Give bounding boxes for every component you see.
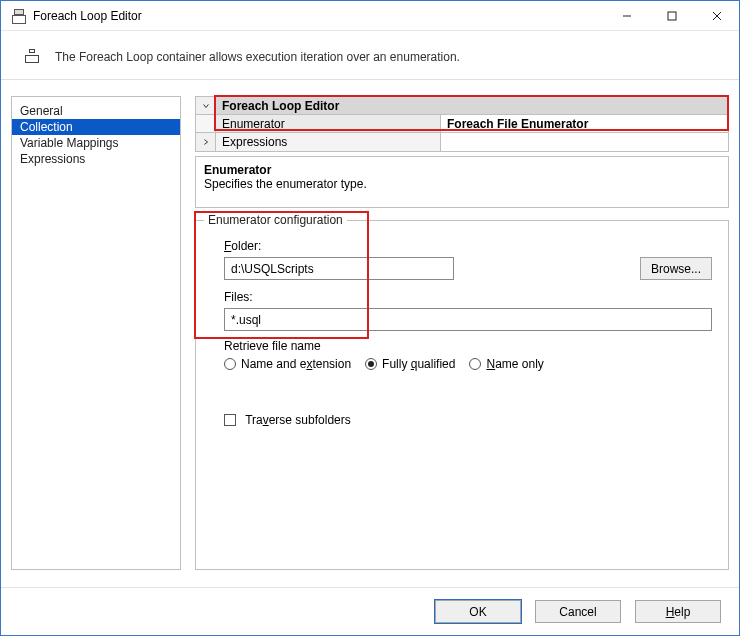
browse-button[interactable]: Browse...: [640, 257, 712, 280]
retrieve-label: Retrieve file name: [224, 339, 712, 353]
radio-name-and-extension[interactable]: Name and extension: [224, 357, 351, 371]
folder-label: Folder:: [224, 239, 712, 253]
ok-button[interactable]: OK: [435, 600, 521, 623]
sidebar-item-variable-mappings[interactable]: Variable Mappings: [12, 135, 180, 151]
property-grid: Foreach Loop Editor Enumerator Foreach F…: [195, 96, 729, 152]
container-icon: [25, 49, 41, 65]
radio-icon: [224, 358, 236, 370]
retrieve-options: Name and extension Fully qualified Name …: [224, 357, 712, 371]
help-button[interactable]: Help: [635, 600, 721, 623]
expand-toggle-expressions[interactable]: [196, 133, 216, 151]
sidebar-item-expressions[interactable]: Expressions: [12, 151, 180, 167]
radio-fully-qualified[interactable]: Fully qualified: [365, 357, 455, 371]
window-buttons: [604, 1, 739, 30]
collapse-toggle[interactable]: [196, 97, 216, 115]
propdesc-heading: Enumerator: [204, 163, 720, 177]
config-legend: Enumerator configuration: [204, 213, 347, 227]
instruction-text: The Foreach Loop container allows execut…: [55, 50, 460, 64]
highlight-annotation-1: [214, 95, 729, 131]
maximize-button[interactable]: [649, 1, 694, 30]
minimize-button[interactable]: [604, 1, 649, 30]
files-label: Files:: [224, 290, 712, 304]
folder-input[interactable]: [224, 257, 454, 280]
close-button[interactable]: [694, 1, 739, 30]
propdesc-text: Specifies the enumerator type.: [204, 177, 720, 191]
radio-icon: [365, 358, 377, 370]
cancel-button[interactable]: Cancel: [535, 600, 621, 623]
sidebar-item-collection[interactable]: Collection: [12, 119, 180, 135]
app-icon: [11, 8, 27, 24]
prop-value-expressions[interactable]: [441, 133, 729, 151]
row-spacer: [196, 115, 216, 133]
svg-rect-1: [668, 12, 676, 20]
instruction-bar: The Foreach Loop container allows execut…: [1, 31, 739, 80]
enumerator-configuration: Enumerator configuration Folder: Browse.…: [195, 220, 729, 570]
prop-name-expressions[interactable]: Expressions: [216, 133, 441, 151]
files-input[interactable]: [224, 308, 712, 331]
property-description: Enumerator Specifies the enumerator type…: [195, 156, 729, 208]
radio-icon: [469, 358, 481, 370]
dialog-footer: OK Cancel Help: [1, 587, 739, 635]
category-list: General Collection Variable Mappings Exp…: [11, 96, 181, 570]
titlebar: Foreach Loop Editor: [1, 1, 739, 31]
checkbox-icon: [224, 414, 236, 426]
radio-name-only[interactable]: Name only: [469, 357, 543, 371]
sidebar-item-general[interactable]: General: [12, 103, 180, 119]
traverse-subfolders[interactable]: Traverse subfolders: [224, 413, 712, 427]
window-title: Foreach Loop Editor: [33, 9, 604, 23]
